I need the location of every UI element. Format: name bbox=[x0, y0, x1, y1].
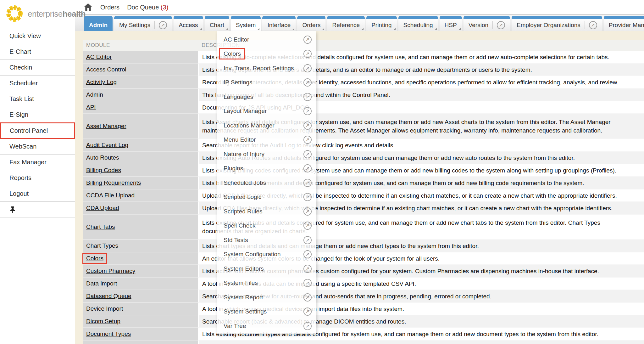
module-link-ccda-file-upload[interactable]: CCDA File Upload bbox=[86, 192, 135, 199]
tab-access[interactable]: Access bbox=[174, 16, 203, 31]
tab-my-settings[interactable]: My Settings↗ bbox=[114, 16, 172, 31]
menu-item-plugins[interactable]: Plugins↗ bbox=[217, 161, 316, 176]
tab-admin[interactable]: Admin bbox=[84, 16, 113, 31]
module-link-billing-codes[interactable]: Billing Codes bbox=[86, 167, 121, 174]
tab-orders[interactable]: Orders bbox=[297, 16, 325, 31]
external-link-icon[interactable]: ↗ bbox=[303, 265, 312, 273]
menu-item-system-editors[interactable]: System Editors↗ bbox=[217, 262, 316, 276]
external-link-icon[interactable]: ↗ bbox=[303, 150, 312, 158]
menu-item-scripted-rules[interactable]: Scripted Rules↗ bbox=[217, 204, 316, 219]
sidebar-item-logout[interactable]: Logout bbox=[0, 186, 75, 202]
tab-scheduling[interactable]: Scheduling bbox=[398, 16, 438, 31]
module-link-cda-upload[interactable]: CDA Upload bbox=[86, 205, 119, 211]
module-link-chart-types[interactable]: Chart Types bbox=[86, 242, 118, 249]
menu-item-spell-check[interactable]: Spell Check↗ bbox=[217, 219, 316, 233]
menu-item-scripted-logic[interactable]: Scripted Logic↗ bbox=[217, 190, 316, 205]
module-link-datasend-queue[interactable]: Datasend Queue bbox=[86, 293, 131, 300]
external-link-icon[interactable]: ↗ bbox=[303, 179, 312, 187]
module-link-colors[interactable]: Colors bbox=[82, 253, 107, 264]
menu-item-system-configuration[interactable]: System Configuration↗ bbox=[217, 247, 316, 262]
module-link-device-import[interactable]: Device Import bbox=[86, 305, 123, 312]
menu-item-layout-manager[interactable]: Layout Manager↗ bbox=[217, 104, 316, 119]
sidebar-item-task-list[interactable]: Task List bbox=[0, 91, 75, 107]
menu-item-locations-manager[interactable]: Locations Manager↗ bbox=[217, 118, 316, 133]
menu-item-std-tests[interactable]: Std Tests↗ bbox=[217, 233, 316, 247]
module-link-ac-editor[interactable]: AC Editor bbox=[86, 54, 112, 60]
external-link-icon[interactable]: ↗ bbox=[303, 279, 312, 287]
external-link-icon[interactable]: ↗ bbox=[589, 21, 597, 29]
module-link-billing-requirements[interactable]: Billing Requirements bbox=[86, 179, 141, 186]
tab-version[interactable]: Version↗ bbox=[464, 16, 510, 31]
menu-item-var-tree[interactable]: Var Tree↗ bbox=[217, 319, 316, 333]
external-link-icon[interactable]: ↗ bbox=[303, 222, 312, 230]
module-link-dicom-setup[interactable]: Dicom Setup bbox=[86, 318, 120, 325]
module-link-custom-pharmacy[interactable]: Custom Pharmacy bbox=[86, 268, 135, 274]
external-link-icon[interactable]: ↗ bbox=[303, 64, 312, 72]
sidebar-item-webscan[interactable]: WebScan bbox=[0, 139, 75, 155]
menu-item-nature-of-injury[interactable]: Nature of Injury↗ bbox=[217, 147, 316, 161]
tab-hsp[interactable]: HSP bbox=[440, 16, 462, 31]
external-link-icon[interactable]: ↗ bbox=[303, 107, 312, 115]
external-link-icon[interactable]: ↗ bbox=[303, 36, 312, 44]
external-link-icon[interactable]: ↗ bbox=[303, 136, 312, 144]
menu-item-system-settings[interactable]: System Settings↗ bbox=[217, 305, 316, 319]
sidebar-item-e-sign[interactable]: E-Sign bbox=[0, 107, 75, 123]
menu-item-label: Locations Manager bbox=[224, 122, 275, 129]
sidebar-item-e-chart[interactable]: E-Chart bbox=[0, 44, 75, 60]
menu-item-label: Inv. Trans. Report Settings bbox=[224, 65, 294, 72]
menu-item-system-files[interactable]: System Files↗ bbox=[217, 276, 316, 290]
menu-item-ac-editor[interactable]: AC Editor↗ bbox=[217, 32, 316, 47]
sidebar-pin-button[interactable] bbox=[0, 202, 75, 217]
external-link-icon[interactable]: ↗ bbox=[303, 250, 312, 258]
external-link-icon[interactable]: ↗ bbox=[497, 21, 505, 29]
sidebar-item-quick-view[interactable]: Quick View bbox=[0, 28, 75, 44]
external-link-icon[interactable]: ↗ bbox=[303, 93, 312, 101]
breadcrumb-doc-queue[interactable]: Doc Queue (3) bbox=[127, 4, 168, 11]
module-link-access-control[interactable]: Access Control bbox=[86, 66, 126, 73]
sidebar-item-scheduler[interactable]: Scheduler bbox=[0, 76, 75, 91]
menu-item-inv-trans-report-settings[interactable]: Inv. Trans. Report Settings↗ bbox=[217, 61, 316, 76]
module-link-audit-event-log[interactable]: Audit Event Log bbox=[86, 142, 128, 149]
module-link-auto-routes[interactable]: Auto Routes bbox=[86, 154, 119, 161]
menu-item-system-report[interactable]: System Report↗ bbox=[217, 290, 316, 305]
tab-system[interactable]: System bbox=[231, 16, 261, 31]
menu-item-scheduled-jobs[interactable]: Scheduled Jobs↗ bbox=[217, 176, 316, 190]
module-link-admin[interactable]: Admin bbox=[86, 91, 103, 98]
tab-row: AdminMy Settings↗AccessChartSystemInterf… bbox=[84, 16, 644, 31]
external-link-icon[interactable]: ↗ bbox=[303, 307, 312, 316]
module-link-chart-tabs[interactable]: Chart Tabs bbox=[86, 223, 115, 230]
tab-printing[interactable]: Printing bbox=[366, 16, 397, 31]
tab-provider-management[interactable]: Provider Management↗ bbox=[604, 16, 644, 31]
external-link-icon[interactable]: ↗ bbox=[303, 322, 312, 330]
external-link-icon[interactable]: ↗ bbox=[303, 121, 312, 130]
sidebar-item-control-panel[interactable]: Control Panel bbox=[0, 122, 75, 139]
external-link-icon[interactable]: ↗ bbox=[303, 193, 312, 201]
external-link-icon[interactable]: ↗ bbox=[303, 78, 312, 87]
menu-item-languages[interactable]: Languages↗ bbox=[217, 90, 316, 104]
module-table: MODULE DESCRIPTION AC EditorLists existi… bbox=[83, 40, 644, 344]
module-link-api[interactable]: API bbox=[86, 104, 96, 111]
tab-label: Access bbox=[179, 22, 198, 29]
module-link-asset-manager[interactable]: Asset Manager bbox=[86, 123, 126, 130]
tab-chart[interactable]: Chart bbox=[205, 16, 229, 31]
module-link-data-import[interactable]: Data import bbox=[86, 280, 117, 287]
table-row: AC EditorLists existing auto-complete se… bbox=[83, 51, 644, 64]
menu-item-menu-editor[interactable]: Menu Editor↗ bbox=[217, 133, 316, 147]
menu-item-ip-settings[interactable]: IP Settings↗ bbox=[217, 76, 316, 90]
external-link-icon[interactable]: ↗ bbox=[303, 164, 312, 172]
tab-employer-organizations[interactable]: Employer Organizations↗ bbox=[512, 16, 602, 31]
external-link-icon[interactable]: ↗ bbox=[303, 50, 312, 58]
module-link-document-types[interactable]: Document Types bbox=[86, 330, 131, 337]
tab-reference[interactable]: Reference bbox=[327, 16, 365, 31]
module-link-activity-log[interactable]: Activity Log bbox=[86, 79, 117, 86]
breadcrumb-orders[interactable]: Orders bbox=[100, 4, 119, 11]
external-link-icon[interactable]: ↗ bbox=[303, 293, 312, 302]
external-link-icon[interactable]: ↗ bbox=[303, 236, 312, 244]
external-link-icon[interactable]: ↗ bbox=[303, 207, 312, 216]
sidebar-item-reports[interactable]: Reports bbox=[0, 170, 75, 186]
sidebar-item-fax-manager[interactable]: Fax Manager bbox=[0, 155, 75, 170]
menu-item-colors[interactable]: Colors↗ bbox=[217, 47, 316, 61]
sidebar-item-checkin[interactable]: Checkin bbox=[0, 60, 75, 76]
external-link-icon[interactable]: ↗ bbox=[159, 21, 167, 29]
tab-interface[interactable]: Interface bbox=[262, 16, 296, 31]
